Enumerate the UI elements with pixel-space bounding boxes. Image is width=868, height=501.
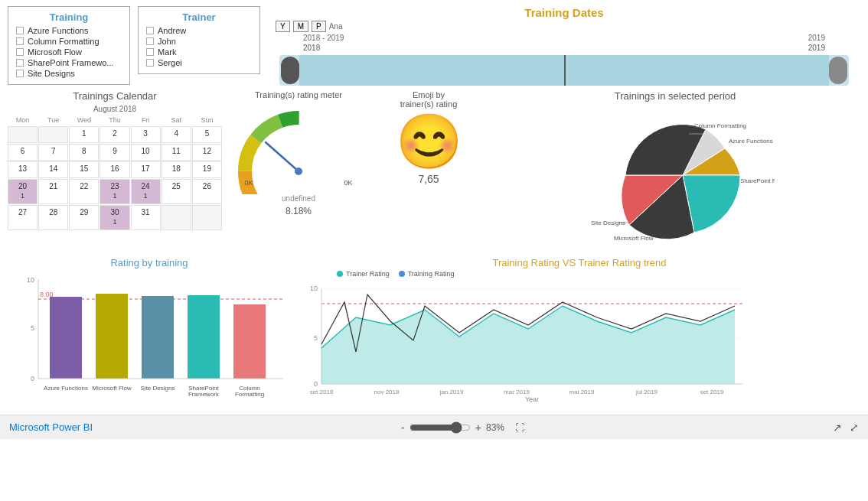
zoom-plus[interactable]: + (475, 421, 481, 434)
trainer-item-2[interactable]: John (146, 37, 252, 46)
timeline-btn-y[interactable]: Y (276, 21, 290, 32)
checkbox-sp[interactable] (16, 59, 24, 67)
gauge-chart: 0K 0K (233, 102, 364, 194)
cal-day-7[interactable]: 7 (38, 144, 68, 161)
cal-day-8[interactable]: 8 (69, 144, 99, 161)
cal-day-4[interactable]: 4 (162, 126, 191, 143)
checkbox-mark[interactable] (146, 48, 154, 56)
checkbox-azure[interactable] (16, 27, 24, 34)
gauge-undefined: undefined (282, 194, 315, 203)
trainer-label-2: John (158, 37, 176, 46)
timeline-btn-m[interactable]: M (293, 21, 308, 32)
bar-chart: 10 5 0 8.00 Azure Functions Microsoft Fl… (8, 272, 291, 405)
cal-day-30[interactable]: 301 (100, 205, 129, 230)
cal-day-22[interactable]: 22 (69, 179, 99, 204)
cal-day-19[interactable]: 19 (192, 161, 222, 178)
timeline-fill-right (564, 55, 829, 86)
bar-msflow[interactable] (96, 294, 128, 379)
cal-day-3[interactable]: 3 (131, 126, 161, 143)
cal-day-5[interactable]: 5 (192, 126, 222, 143)
trainer-item-4[interactable]: Sergei (146, 58, 252, 67)
svg-text:5: 5 (314, 334, 318, 342)
svg-text:SharePoint Framework: SharePoint Framework (740, 177, 775, 184)
checkbox-sergei[interactable] (146, 59, 154, 67)
cal-day-17[interactable]: 17 (131, 161, 161, 178)
cal-day-10[interactable]: 10 (131, 144, 161, 161)
timeline-year1: 2018 - 2019 (303, 34, 344, 42)
cal-day-26[interactable]: 26 (192, 179, 222, 204)
trainer-item-3[interactable]: Mark (146, 47, 252, 57)
cal-day-2[interactable]: 2 (100, 126, 129, 143)
cal-day-21[interactable]: 21 (38, 179, 68, 204)
cal-badge-30: 1 (109, 216, 120, 227)
cal-day-31[interactable]: 31 (131, 205, 161, 230)
share-icon[interactable]: ↗ (833, 421, 842, 434)
trainer-label-4: Sergei (158, 58, 182, 67)
cal-day-9[interactable]: 9 (100, 144, 129, 161)
cal-day-29[interactable]: 29 (69, 205, 99, 230)
checkbox-site[interactable] (16, 70, 24, 77)
training-filter-item-2[interactable]: Column Formatting (16, 37, 122, 46)
training-filter-item-3[interactable]: Microsoft Flow (16, 47, 122, 57)
zoom-minus[interactable]: - (401, 421, 405, 434)
timeline-btn-p[interactable]: P (312, 21, 326, 32)
svg-text:jul 2019: jul 2019 (635, 389, 658, 395)
cal-day-18[interactable]: 18 (162, 161, 191, 178)
svg-text:Framework: Framework (188, 391, 220, 398)
power-bi-link[interactable]: Microsoft Power BI (9, 421, 93, 433)
cal-day-25[interactable]: 25 (162, 179, 191, 204)
svg-text:jan 2019: jan 2019 (439, 389, 464, 395)
cal-day-16[interactable]: 16 (100, 161, 129, 178)
cal-day-27[interactable]: 27 (8, 205, 38, 230)
cal-day-13[interactable]: 13 (8, 161, 38, 178)
footer-icons: ↗ ⤢ (833, 421, 859, 434)
cal-day-1[interactable]: 1 (69, 126, 99, 143)
svg-text:mar 2019: mar 2019 (504, 389, 530, 395)
cal-empty-2 (38, 126, 68, 143)
timeline-right-handle[interactable] (829, 57, 847, 84)
bar-column[interactable] (233, 304, 266, 379)
timeline-bar[interactable] (279, 55, 849, 86)
svg-text:Column Formatting: Column Formatting (694, 122, 746, 129)
cal-day-20[interactable]: 201 (8, 179, 38, 204)
cal-day-14[interactable]: 14 (38, 161, 68, 178)
training-filter-item-5[interactable]: Site Designs (16, 69, 122, 78)
trainer-item-1[interactable]: Andrew (146, 26, 252, 35)
checkbox-column[interactable] (16, 37, 24, 45)
timeline-left-handle[interactable] (281, 57, 299, 84)
bar-site[interactable] (142, 296, 174, 379)
cal-day-23[interactable]: 231 (100, 179, 129, 204)
svg-text:set 2018: set 2018 (310, 389, 334, 395)
zoom-slider[interactable] (410, 421, 471, 434)
training-filter-item-1[interactable]: Azure Functions (16, 26, 122, 35)
cal-empty-3 (162, 205, 191, 230)
checkbox-msflow[interactable] (16, 48, 24, 56)
checkbox-john[interactable] (146, 37, 154, 45)
emoji-face: 😊 (396, 115, 462, 168)
bar-azure[interactable] (50, 297, 82, 379)
svg-text:Site Designs: Site Designs (141, 385, 175, 392)
calendar-title: Trainings Calendar (8, 90, 222, 102)
svg-text:Formatting: Formatting (235, 391, 264, 398)
checkbox-andrew[interactable] (146, 27, 154, 34)
fullscreen-icon[interactable]: ⛶ (515, 422, 524, 433)
gauge-section: Training(s) rating meter 0K 0K (230, 90, 367, 249)
svg-text:set 2019: set 2019 (700, 389, 724, 395)
svg-text:0: 0 (314, 380, 318, 388)
cal-day-11[interactable]: 11 (162, 144, 191, 161)
cal-day-24[interactable]: 241 (131, 179, 161, 204)
svg-point-7 (295, 168, 302, 175)
line-chart: 10 5 0 (299, 279, 750, 402)
cal-day-28[interactable]: 28 (38, 205, 68, 230)
bar-sp[interactable] (188, 295, 220, 379)
expand-icon[interactable]: ⤢ (850, 421, 859, 434)
dashboard: Training Azure Functions Column Formatti… (0, 0, 868, 501)
training-filter-item-4[interactable]: SharePoint Framewo... (16, 58, 122, 67)
svg-text:Azure Functions: Azure Functions (44, 385, 88, 392)
cal-day-15[interactable]: 15 (69, 161, 99, 178)
cal-day-12[interactable]: 12 (192, 144, 222, 161)
cal-empty-1 (8, 126, 38, 143)
cal-day-6[interactable]: 6 (8, 144, 38, 161)
emoji-title: Emoji by trainer(s) rating (400, 90, 458, 109)
svg-text:10: 10 (310, 285, 318, 292)
